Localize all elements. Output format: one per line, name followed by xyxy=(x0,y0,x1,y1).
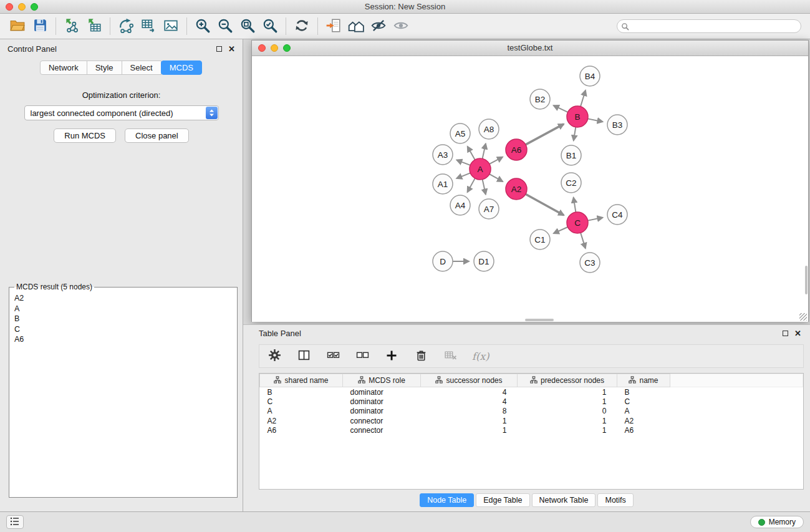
tab-network[interactable]: Network xyxy=(40,60,87,75)
node-A7[interactable]: A7 xyxy=(479,199,499,219)
close-panel-icon[interactable]: ✕ xyxy=(228,45,235,53)
list-item[interactable]: A xyxy=(13,304,233,314)
network-canvas[interactable]: B4B2BB3A5A8A6A3B1AA1C2A2A4A7C4CC1C3DD1 xyxy=(252,56,808,322)
edge-A6-B[interactable] xyxy=(526,124,564,145)
network-table-button[interactable] xyxy=(137,16,160,36)
node-A8[interactable]: A8 xyxy=(479,119,499,139)
tab-style[interactable]: Style xyxy=(87,60,122,75)
close-table-panel-icon[interactable]: ✕ xyxy=(794,329,801,337)
edge-A-A2[interactable] xyxy=(489,174,503,181)
edge-A-A6[interactable] xyxy=(489,157,503,164)
refresh-button[interactable] xyxy=(291,16,313,36)
mcds-result-list[interactable]: A2ABCA6 xyxy=(13,293,233,345)
node-B3[interactable]: B3 xyxy=(607,115,627,135)
unselect-all-columns-button[interactable] xyxy=(355,349,370,364)
home-button[interactable] xyxy=(345,16,367,36)
node-A6[interactable]: A6 xyxy=(506,139,527,160)
task-history-button[interactable] xyxy=(6,515,24,529)
network-window-titlebar[interactable]: testGlobe.txt xyxy=(252,41,808,56)
column-header-successor-nodes[interactable]: successor nodes xyxy=(421,374,518,387)
tab-edge-table[interactable]: Edge Table xyxy=(476,493,529,507)
export-image-button[interactable] xyxy=(160,16,182,36)
node-A3[interactable]: A3 xyxy=(433,145,453,165)
edge-B-B1[interactable] xyxy=(574,127,576,141)
memory-button[interactable]: Memory xyxy=(750,516,804,528)
list-item[interactable]: A6 xyxy=(13,334,233,345)
vertical-scrollbar[interactable] xyxy=(805,266,808,294)
column-header-mcds-role[interactable]: MCDS role xyxy=(343,374,421,387)
zoom-fit-button[interactable] xyxy=(236,16,259,36)
edge-B-B3[interactable] xyxy=(588,118,603,122)
node-A4[interactable]: A4 xyxy=(450,195,470,215)
edge-A2-C[interactable] xyxy=(526,194,564,215)
open-session-button[interactable] xyxy=(6,16,29,36)
horizontal-scrollbar[interactable] xyxy=(525,319,554,321)
node-B1[interactable]: B1 xyxy=(561,145,581,165)
edge-C-C2[interactable] xyxy=(574,198,576,212)
edge-C-C4[interactable] xyxy=(588,218,603,221)
node-C3[interactable]: C3 xyxy=(580,253,600,273)
node-C[interactable]: C xyxy=(567,212,588,233)
tab-select[interactable]: Select xyxy=(122,60,162,75)
node-D1[interactable]: D1 xyxy=(474,251,494,271)
close-window-button[interactable] xyxy=(6,3,13,11)
network-canvas-svg[interactable]: B4B2BB3A5A8A6A3B1AA1C2A2A4A7C4CC1C3DD1 xyxy=(252,56,808,322)
edge-A-A1[interactable] xyxy=(456,173,470,178)
list-item[interactable]: B xyxy=(13,314,233,324)
list-item[interactable]: A2 xyxy=(13,293,233,304)
first-neighbors-button[interactable] xyxy=(322,16,345,36)
import-table-button[interactable] xyxy=(83,16,105,36)
list-item[interactable]: C xyxy=(13,324,233,335)
import-network-button[interactable] xyxy=(60,16,83,36)
tab-node-table[interactable]: Node Table xyxy=(420,493,474,507)
select-all-columns-button[interactable] xyxy=(325,349,340,364)
column-header-predecessor-nodes[interactable]: predecessor nodes xyxy=(518,374,617,387)
create-column-button[interactable] xyxy=(384,349,399,364)
node-B[interactable]: B xyxy=(567,106,588,127)
float-panel-button[interactable] xyxy=(216,46,222,52)
show-columns-button[interactable] xyxy=(296,349,311,364)
zoom-selected-button[interactable] xyxy=(259,16,281,36)
zoom-out-button[interactable] xyxy=(214,16,236,36)
edge-C-C1[interactable] xyxy=(554,227,568,233)
node-D[interactable]: D xyxy=(433,251,453,271)
node-B4[interactable]: B4 xyxy=(580,66,600,86)
edge-A-A5[interactable] xyxy=(468,147,475,160)
node-C4[interactable]: C4 xyxy=(607,205,627,225)
minimize-window-button[interactable] xyxy=(18,3,26,11)
edge-B-B4[interactable] xyxy=(581,90,586,107)
network-minimize-button[interactable] xyxy=(271,44,278,52)
float-table-panel-button[interactable] xyxy=(783,331,788,336)
table-row[interactable]: A2connector11A2 xyxy=(260,416,803,426)
edge-C-C3[interactable] xyxy=(581,233,586,248)
table-row[interactable]: Bdominator41B xyxy=(260,387,803,397)
zoom-in-button[interactable] xyxy=(191,16,214,36)
tab-motifs[interactable]: Motifs xyxy=(597,493,633,507)
run-mcds-button[interactable]: Run MCDS xyxy=(54,128,116,143)
column-header-name[interactable]: name xyxy=(617,374,670,387)
column-header-shared-name[interactable]: shared name xyxy=(260,374,343,387)
node-C1[interactable]: C1 xyxy=(530,230,550,249)
close-panel-button[interactable]: Close panel xyxy=(125,128,189,143)
show-graphics-button[interactable] xyxy=(390,16,412,36)
function-builder-button[interactable]: f(x) xyxy=(472,349,489,364)
table-settings-button[interactable] xyxy=(267,349,282,364)
edge-A-A7[interactable] xyxy=(483,180,486,195)
toggle-graphics-button[interactable] xyxy=(367,16,390,36)
save-session-button[interactable] xyxy=(29,16,51,36)
node-A[interactable]: A xyxy=(470,158,491,180)
node-A5[interactable]: A5 xyxy=(450,123,470,143)
delete-column-button[interactable] xyxy=(413,349,428,364)
node-C2[interactable]: C2 xyxy=(561,173,581,193)
criterion-dropdown[interactable]: largest connected component (directed) xyxy=(24,105,219,120)
edge-A-A3[interactable] xyxy=(456,160,470,165)
node-B2[interactable]: B2 xyxy=(530,89,550,109)
search-input[interactable] xyxy=(617,19,801,33)
edge-B-B2[interactable] xyxy=(554,105,568,112)
edge-A-A8[interactable] xyxy=(483,143,486,158)
edge-A-A4[interactable] xyxy=(468,178,475,192)
table-row[interactable]: A6connector11A6 xyxy=(260,426,803,436)
zoom-window-button[interactable] xyxy=(31,3,38,11)
resize-grip[interactable] xyxy=(799,313,807,321)
table-row[interactable]: Cdominator41C xyxy=(260,397,803,407)
